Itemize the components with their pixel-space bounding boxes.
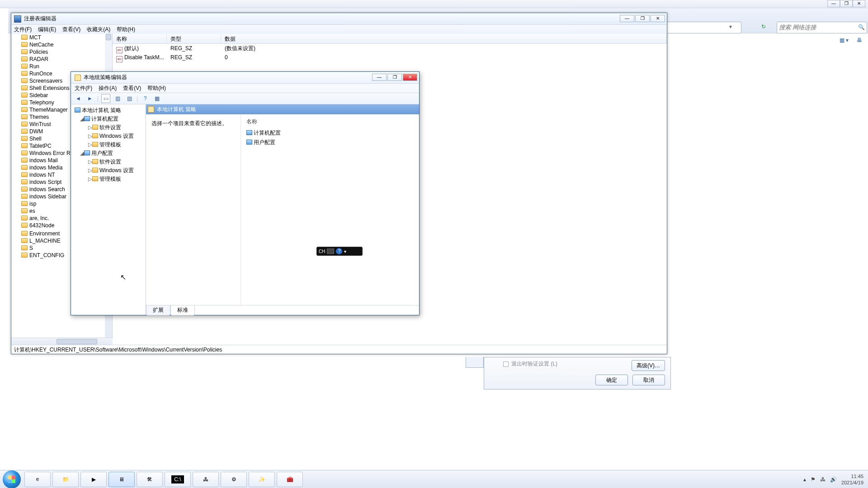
tray-network-icon[interactable]: 🖧 (820, 476, 826, 483)
ie-min-button[interactable]: — (827, 0, 840, 7)
tree-user-config[interactable]: 用户配置 (91, 150, 113, 156)
regedit-close-button[interactable]: ✕ (651, 15, 665, 22)
cancel-button[interactable]: 取消 (632, 375, 665, 385)
col-name[interactable]: 名称 (113, 34, 167, 43)
ie-address-dropdown-icon[interactable]: ▾ (729, 23, 732, 30)
taskbar-ie[interactable]: ｅ (24, 472, 51, 487)
tray-show-hidden-icon[interactable]: ▴ (803, 476, 806, 483)
list-item[interactable]: 用户配置 (246, 138, 414, 147)
taskbar-explorer[interactable]: 📁 (52, 472, 79, 487)
tab-extended[interactable]: 扩展 (146, 305, 170, 315)
regedit-tree-hscroll[interactable] (11, 338, 113, 345)
ie-restore-button[interactable]: ❐ (840, 0, 853, 7)
tree-admin-templates[interactable]: 管理模板 (99, 141, 121, 148)
tree-software-settings[interactable]: 软件设置 (99, 124, 121, 131)
taskbar-app-6[interactable]: 🧰 (277, 472, 303, 487)
gpedit-menubar: 文件(F) 操作(A) 查看(V) 帮助(H) (71, 84, 419, 93)
col-type[interactable]: 类型 (167, 34, 221, 43)
taskbar-app-2[interactable]: 🛠 (137, 472, 163, 487)
tree-software-settings[interactable]: 软件设置 (99, 159, 121, 165)
validate-on-exit-checkbox[interactable]: 退出时验证设置 (L) (503, 360, 557, 368)
tree-item-label: Sidebar (29, 92, 48, 99)
checkbox-icon[interactable] (503, 361, 509, 367)
list-col-name[interactable]: 名称 (246, 118, 414, 126)
tree-windows-settings[interactable]: Windows 设置 (99, 167, 134, 174)
value-row[interactable]: abDisable TaskM... REG_SZ 0 (113, 53, 667, 62)
tray-volume-icon[interactable]: 🔊 (830, 476, 837, 483)
list-item-label: 计算机配置 (254, 130, 281, 136)
tree-admin-templates[interactable]: 管理模板 (99, 176, 121, 182)
tree-item[interactable]: Policies (11, 48, 112, 56)
regedit-menu-edit[interactable]: 编辑(E) (38, 26, 56, 33)
tree-windows-settings[interactable]: Windows 设置 (99, 133, 134, 139)
folder-icon (21, 107, 28, 112)
value-row[interactable]: ab(默认) REG_SZ (数值未设置) (113, 44, 667, 53)
tree-root[interactable]: 本地计算机 策略 (82, 107, 121, 113)
toolbar-help-icon[interactable]: ? (141, 94, 150, 103)
taskbar-app-1[interactable]: 🖥 (108, 472, 135, 487)
tree-item-label: indows NT (29, 172, 55, 178)
system-tray[interactable]: ▴ ⚑ 🖧 🔊 11:45 2021/4/19 (803, 473, 868, 486)
taskbar[interactable]: ｅ 📁 ▶ 🖥 🛠 C:\ 🖧 ⚙ ✨ 🧰 ▴ ⚑ 🖧 🔊 11:45 2021… (0, 470, 868, 488)
gpedit-restore-button[interactable]: ❐ (387, 74, 402, 81)
ie-search-input[interactable] (779, 22, 856, 32)
taskbar-media-player[interactable]: ▶ (80, 472, 107, 487)
taskbar-app-4[interactable]: ⚙ (221, 472, 247, 487)
col-data[interactable]: 数据 (221, 34, 667, 43)
regedit-menu-help[interactable]: 帮助(H) (117, 26, 135, 33)
ime-keyboard-icon[interactable] (327, 249, 334, 254)
gpedit-menu-help[interactable]: 帮助(H) (147, 84, 166, 92)
taskbar-app-3[interactable]: 🖧 (193, 472, 219, 487)
ime-language-bar[interactable]: CH ? ▾ (316, 247, 363, 256)
tree-item-label: RADAR (29, 56, 48, 62)
tree-item[interactable]: MCT (11, 34, 112, 41)
tree-item[interactable]: RADAR (11, 56, 112, 63)
tray-flag-icon[interactable]: ⚑ (811, 476, 816, 483)
toolbar-back-icon[interactable]: ◄ (74, 94, 83, 103)
taskbar-cmd[interactable]: C:\ (165, 472, 191, 487)
tab-standard[interactable]: 标准 (170, 305, 195, 315)
regedit-menu-file[interactable]: 文件(F) (14, 26, 32, 33)
ie-refresh-icon[interactable]: ↻ (761, 23, 766, 30)
folder-icon (21, 201, 28, 206)
ie-print-icon[interactable]: 🖶 (857, 37, 862, 43)
regedit-menu-view[interactable]: 查看(V) (62, 26, 80, 33)
toolbar-view-icon[interactable]: ▦ (152, 94, 161, 103)
gpedit-tree[interactable]: 本地计算机 策略 ◢计算机配置 ▷软件设置 ▷Windows 设置 ▷管理模板 … (71, 104, 146, 315)
toolbar-props-icon[interactable]: ▥ (113, 94, 122, 103)
tree-item-label: indows Search (29, 186, 65, 192)
tray-clock[interactable]: 11:45 2021/4/19 (841, 473, 863, 486)
gpedit-min-button[interactable]: — (372, 74, 387, 81)
gpedit-menu-view[interactable]: 查看(V) (123, 84, 141, 92)
gpedit-titlebar[interactable]: 本地组策略编辑器 — ❐ ✕ (71, 72, 419, 84)
regedit-menu-fav[interactable]: 收藏夹(A) (87, 26, 110, 33)
regedit-min-button[interactable]: — (620, 15, 634, 22)
regedit-restore-button[interactable]: ❐ (635, 15, 650, 22)
list-item[interactable]: 计算机配置 (246, 128, 414, 138)
gpedit-menu-action[interactable]: 操作(A) (99, 84, 117, 92)
policy-root-icon (75, 108, 80, 113)
toolbar-showhide-icon[interactable]: ▭ (101, 94, 110, 103)
scroll-up-icon[interactable] (106, 34, 111, 40)
advanced-button[interactable]: 高级(V)… (632, 360, 665, 371)
ie-search-box[interactable]: 🔍 (777, 22, 867, 33)
ok-button[interactable]: 确定 (595, 375, 628, 385)
ime-lang-label[interactable]: CH (319, 249, 325, 254)
ime-options-icon[interactable]: ▾ (344, 249, 346, 254)
ie-view-menu[interactable]: ▦ ▾ (840, 37, 849, 43)
toolbar-fwd-icon[interactable]: ► (85, 94, 94, 103)
start-button[interactable] (3, 470, 21, 488)
search-icon[interactable]: 🔍 (858, 24, 865, 30)
ie-close-button[interactable]: ✕ (853, 0, 865, 7)
taskbar-app-5[interactable]: ✨ (249, 472, 275, 487)
gpedit-menu-file[interactable]: 文件(F) (75, 84, 92, 92)
tree-item-label: Telephony (29, 99, 54, 106)
tree-item[interactable]: NetCache (11, 41, 112, 48)
tree-item[interactable]: Run (11, 63, 112, 70)
tree-computer-config[interactable]: 计算机配置 (91, 116, 118, 122)
toolbar-export-icon[interactable]: ▤ (125, 94, 134, 103)
gpedit-close-button[interactable]: ✕ (403, 74, 417, 81)
regedit-titlebar[interactable]: 注册表编辑器 — ❐ ✕ (11, 13, 667, 25)
ime-help-icon[interactable]: ? (336, 248, 342, 254)
hscroll-thumb[interactable] (57, 339, 97, 344)
